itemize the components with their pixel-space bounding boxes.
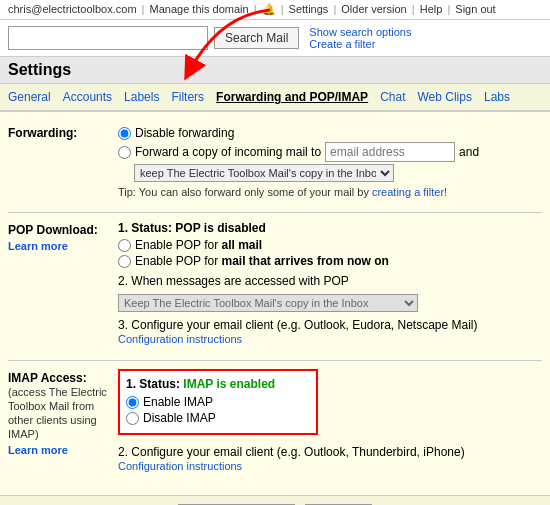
- pop-enable-all-radio[interactable]: [118, 239, 131, 252]
- imap-enable-row: Enable IMAP: [126, 395, 310, 409]
- forward-copy-row: Forward a copy of incoming mail to and: [118, 142, 542, 162]
- forwarding-tip: Tip: You can also forward only some of y…: [118, 186, 542, 198]
- imap-section: IMAP Access: (access The Electric Toolbo…: [8, 365, 542, 477]
- tab-labs[interactable]: Labs: [484, 88, 510, 106]
- tab-accounts[interactable]: Accounts: [63, 88, 112, 106]
- imap-label: IMAP Access:: [8, 371, 87, 385]
- search-button[interactable]: Search Mail: [214, 27, 299, 49]
- imap-disable-row: Disable IMAP: [126, 411, 310, 425]
- pop-enable-all-label: Enable POP for all mail: [135, 238, 262, 252]
- pop-section: POP Download: Learn more 1. Status: POP …: [8, 217, 542, 350]
- pop-content: 1. Status: POP is disabled Enable POP fo…: [118, 221, 542, 346]
- pop-label: POP Download: Learn more: [8, 221, 118, 346]
- imap-disable-label: Disable IMAP: [143, 411, 216, 425]
- imap-config-link[interactable]: Configuration instructions: [118, 460, 242, 472]
- tab-filters[interactable]: Filters: [171, 88, 204, 106]
- settings-title: Settings: [0, 56, 550, 84]
- email-address: chris@electrictoolbox.com: [8, 3, 137, 15]
- forwarding-section: Forwarding: Disable forwarding Forward a…: [8, 120, 542, 202]
- imap-enabled-text: IMAP is enabled: [183, 377, 275, 391]
- imap-content: 1. Status: IMAP is enabled Enable IMAP D…: [118, 369, 542, 473]
- create-filter-tip-link[interactable]: creating a filter!: [372, 186, 447, 198]
- forward-copy-label: Forward a copy of incoming mail to: [135, 145, 321, 159]
- show-options-link[interactable]: Show search options: [309, 26, 411, 38]
- imap-sublabel: (access The Electric Toolbox Mail from o…: [8, 386, 107, 440]
- manage-domain-link[interactable]: Manage this domain: [150, 3, 249, 15]
- forwarding-content: Disable forwarding Forward a copy of inc…: [118, 124, 542, 198]
- forward-email-input[interactable]: [325, 142, 455, 162]
- imap-config-note: (e.g. Outlook, Thunderbird, iPhone): [277, 445, 465, 459]
- pop-when-accessed-label: 2. When messages are accessed with POP: [118, 274, 542, 288]
- pop-enable-now-radio[interactable]: [118, 255, 131, 268]
- tab-general[interactable]: General: [8, 88, 51, 106]
- help-link[interactable]: Help: [420, 3, 443, 15]
- forward-action-select[interactable]: keep The Electric Toolbox Mail's copy in…: [134, 164, 394, 182]
- tab-forwarding[interactable]: Forwarding and POP/IMAP: [216, 88, 368, 106]
- disable-forwarding-radio[interactable]: [118, 127, 131, 140]
- imap-learn-more-link[interactable]: Learn more: [8, 444, 118, 456]
- divider-1: [8, 212, 542, 213]
- pop-learn-more-link[interactable]: Learn more: [8, 240, 118, 252]
- disable-forwarding-row: Disable forwarding: [118, 126, 542, 140]
- imap-status-box: 1. Status: IMAP is enabled Enable IMAP D…: [118, 369, 318, 435]
- signout-link[interactable]: Sign out: [455, 3, 495, 15]
- search-links: Show search options Create a filter: [309, 26, 411, 50]
- tab-chat[interactable]: Chat: [380, 88, 405, 106]
- pop-config-label: 3. Configure your email client: [118, 318, 273, 332]
- pop-action-select[interactable]: Keep The Electric Toolbox Mail's copy in…: [118, 294, 418, 312]
- imap-status-label: 1. Status: IMAP is enabled: [126, 377, 310, 391]
- imap-disable-radio[interactable]: [126, 412, 139, 425]
- bell-icon: 🔔: [262, 3, 276, 15]
- imap-config-label: 2. Configure your email client: [118, 445, 273, 459]
- search-input[interactable]: [8, 26, 208, 50]
- imap-enable-radio[interactable]: [126, 396, 139, 409]
- forward-copy-radio[interactable]: [118, 146, 131, 159]
- divider-2: [8, 360, 542, 361]
- pop-enable-all-row: Enable POP for all mail: [118, 238, 542, 252]
- top-bar-email: chris@electrictoolbox.com | Manage this …: [8, 3, 496, 16]
- bottom-buttons: Save Changes Cancel: [0, 495, 550, 505]
- pop-status-label: 1. Status: POP is disabled: [118, 221, 542, 235]
- and-label: and: [459, 145, 479, 159]
- pop-config-link[interactable]: Configuration instructions: [118, 333, 242, 345]
- tab-webclips[interactable]: Web Clips: [417, 88, 471, 106]
- imap-enable-label: Enable IMAP: [143, 395, 213, 409]
- pop-enable-now-label: Enable POP for mail that arrives from no…: [135, 254, 389, 268]
- main-content: Forwarding: Disable forwarding Forward a…: [0, 112, 550, 495]
- nav-tabs: General Accounts Labels Filters Forwardi…: [0, 84, 550, 112]
- settings-link[interactable]: Settings: [289, 3, 329, 15]
- search-bar: Search Mail Show search options Create a…: [0, 20, 550, 56]
- forwarding-label: Forwarding:: [8, 124, 118, 198]
- disable-forwarding-label: Disable forwarding: [135, 126, 234, 140]
- create-filter-link[interactable]: Create a filter: [309, 38, 411, 50]
- pop-enable-now-row: Enable POP for mail that arrives from no…: [118, 254, 542, 268]
- pop-config-note: (e.g. Outlook, Eudora, Netscape Mail): [277, 318, 478, 332]
- imap-label-col: IMAP Access: (access The Electric Toolbo…: [8, 369, 118, 473]
- top-bar: chris@electrictoolbox.com | Manage this …: [0, 0, 550, 20]
- older-version-link[interactable]: Older version: [341, 3, 406, 15]
- tab-labels[interactable]: Labels: [124, 88, 159, 106]
